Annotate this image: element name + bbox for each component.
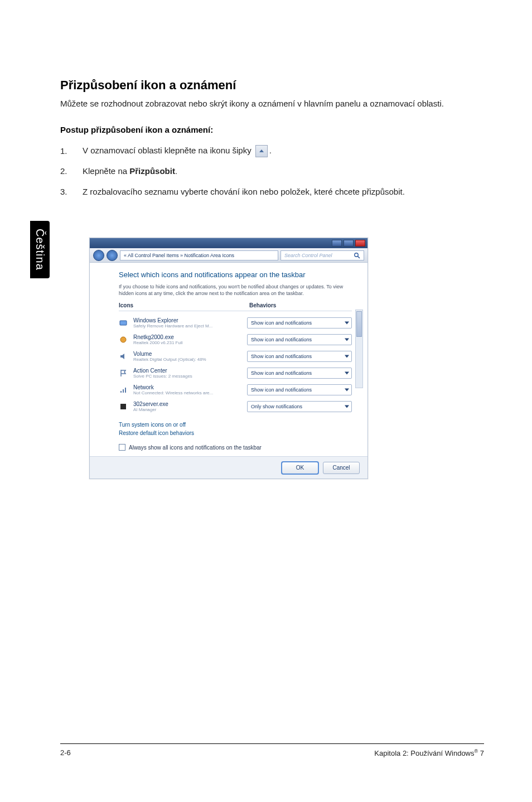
svg-rect-5	[123, 389, 124, 393]
section-subheading: Postup přizpůsobení ikon a oznámení:	[60, 125, 484, 134]
step-2-text-b: .	[175, 166, 177, 176]
behavior-dropdown[interactable]: Show icon and notifications	[247, 351, 352, 362]
flag-icon	[119, 369, 128, 378]
search-placeholder: Search Control Panel	[284, 253, 332, 258]
svg-point-3	[120, 337, 126, 342]
item-sub: Realtek Digital Output (Optical): 48%	[133, 357, 241, 362]
minimize-button[interactable]	[332, 240, 342, 247]
scrollbar[interactable]	[355, 310, 363, 388]
svg-point-0	[355, 253, 358, 256]
app-icon	[119, 335, 128, 344]
dialog-description: If you choose to hide icons and notifica…	[119, 283, 352, 297]
link-restore-defaults[interactable]: Restore default icon behaviors	[119, 430, 352, 436]
divider	[119, 311, 352, 311]
step-2-bold: Přizpůsobit	[129, 166, 175, 176]
svg-rect-4	[120, 391, 122, 393]
list-item: Action CenterSolve PC issues: 2 messages…	[119, 365, 352, 381]
list-item: Windows ExplorerSafely Remove Hardware a…	[119, 315, 352, 331]
explorer-icon	[119, 318, 128, 327]
page-number: 2-6	[60, 748, 71, 757]
step-1-text-b: .	[269, 146, 272, 155]
list-item: 302server.exeAI Manager Only show notifi…	[119, 398, 352, 415]
step-2-text-a: Klepněte na	[83, 166, 129, 176]
back-button[interactable]	[93, 250, 104, 261]
cancel-button[interactable]: Cancel	[323, 462, 360, 474]
search-icon	[354, 252, 360, 259]
volume-icon	[119, 352, 128, 361]
button-bar: OK Cancel	[90, 456, 367, 479]
app-icon	[119, 402, 128, 411]
step-2: Klepněte na Přizpůsobit.	[60, 165, 484, 178]
step-1: V oznamovací oblasti klepněte na ikonu š…	[60, 144, 484, 157]
scrollbar-thumb[interactable]	[356, 311, 362, 337]
dialog-title: Select which icons and notifications app…	[119, 270, 352, 279]
ok-button[interactable]: OK	[282, 462, 318, 474]
step-3-text: Z rozbalovacího seznamu vyberte chování …	[83, 186, 405, 199]
behavior-dropdown[interactable]: Show icon and notifications	[247, 368, 352, 379]
behavior-dropdown[interactable]: Show icon and notifications	[247, 334, 352, 345]
page-footer: 2-6 Kapitola 2: Používání Windows® 7	[60, 743, 484, 757]
section-intro: Můžete se rozhodnout zobrazovat nebo skr…	[60, 98, 484, 109]
item-name: Action Center	[133, 368, 241, 374]
dialog-screenshot: « All Control Panel Items » Notification…	[89, 238, 368, 479]
item-sub: Safely Remove Hardware and Eject M...	[133, 323, 241, 328]
search-input[interactable]: Search Control Panel	[280, 250, 364, 260]
behavior-dropdown[interactable]: Show icon and notifications	[247, 384, 352, 395]
column-icons: Icons	[119, 302, 236, 308]
section-title: Přizpůsobení ikon a oznámení	[60, 78, 484, 93]
item-name: Windows Explorer	[133, 317, 241, 323]
chapter-label: Kapitola 2: Používání Windows® 7	[374, 748, 484, 757]
item-name: Volume	[133, 351, 241, 357]
svg-line-1	[358, 256, 360, 258]
behavior-dropdown[interactable]: Only show notifications	[247, 401, 352, 412]
item-name: 302server.exe	[133, 401, 241, 407]
address-bar: « All Control Panel Items » Notification…	[90, 248, 367, 263]
item-sub: Realtek 2000 v6.231 Full	[133, 340, 241, 345]
behavior-dropdown[interactable]: Show icon and notifications	[247, 317, 352, 328]
list-item: VolumeRealtek Digital Output (Optical): …	[119, 348, 352, 365]
item-sub: Solve PC issues: 2 messages	[133, 374, 241, 379]
arrow-up-icon	[255, 145, 268, 157]
column-behaviors: Behaviors	[249, 302, 352, 308]
item-sub: AI Manager	[133, 407, 241, 412]
svg-rect-6	[125, 388, 126, 393]
close-button[interactable]	[355, 240, 365, 247]
svg-rect-2	[120, 321, 127, 325]
always-show-label: Always show all icons and notifications …	[129, 445, 262, 451]
list-item: Rnetkg2000.exeRealtek 2000 v6.231 Full S…	[119, 331, 352, 348]
forward-button[interactable]	[107, 250, 118, 261]
item-name: Rnetkg2000.exe	[133, 334, 241, 340]
breadcrumb[interactable]: « All Control Panel Items » Notification…	[120, 250, 278, 260]
svg-rect-7	[120, 404, 126, 409]
language-tab: Čeština	[30, 221, 50, 278]
always-show-checkbox[interactable]	[119, 444, 125, 451]
step-1-text-a: V oznamovací oblasti klepněte na ikonu š…	[83, 146, 254, 155]
network-icon	[119, 385, 128, 394]
item-name: Network	[133, 384, 241, 390]
link-system-icons[interactable]: Turn system icons on or off	[119, 422, 352, 428]
step-3: Z rozbalovacího seznamu vyberte chování …	[60, 186, 484, 199]
item-sub: Not Connected: Wireless networks are...	[133, 390, 241, 395]
list-item: NetworkNot Connected: Wireless networks …	[119, 381, 352, 398]
window-titlebar	[90, 238, 367, 248]
maximize-button[interactable]	[344, 240, 354, 247]
